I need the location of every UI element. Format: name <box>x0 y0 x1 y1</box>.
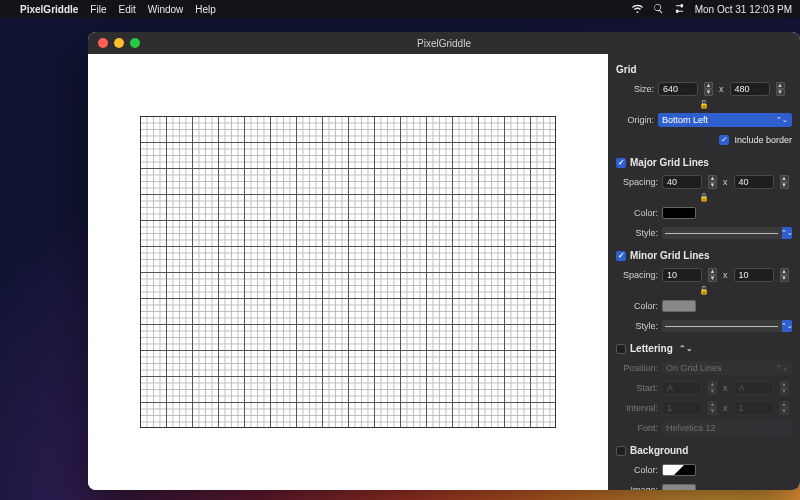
label-major-style: Style: <box>616 228 658 238</box>
lock-icon[interactable]: 🔓 <box>616 286 792 295</box>
menubar-app-name[interactable]: PixelGriddle <box>20 4 78 15</box>
x-separator: x <box>721 403 730 413</box>
chevron-updown-icon: ⌃⌄ <box>782 320 792 332</box>
menubar-clock[interactable]: Mon Oct 31 12:03 PM <box>695 4 792 15</box>
grid-height-stepper[interactable]: ▲▼ <box>776 82 785 96</box>
minor-spacing-x-field[interactable]: 10 <box>662 268 702 282</box>
lock-icon[interactable]: 🔒 <box>616 193 792 202</box>
include-border-checkbox[interactable]: ✓ <box>719 135 729 145</box>
label-major-spacing: Spacing: <box>616 177 658 187</box>
label-size: Size: <box>616 84 654 94</box>
window-titlebar[interactable]: PixelGriddle <box>88 32 800 54</box>
lettering-start-x-field[interactable]: A <box>662 381 702 395</box>
section-heading-major: Major Grid Lines <box>630 157 709 168</box>
minor-spacing-y-field[interactable]: 10 <box>734 268 774 282</box>
major-style-select[interactable]: ⌃⌄ <box>662 227 792 239</box>
minor-style-select[interactable]: ⌃⌄ <box>662 320 792 332</box>
label-lettering-interval: Interval: <box>616 403 658 413</box>
lettering-interval-x-stepper[interactable]: ▲▼ <box>708 401 717 415</box>
section-heading-grid: Grid <box>616 64 792 75</box>
lettering-position-select[interactable]: On Grid Lines⌃⌄ <box>662 361 792 375</box>
label-minor-color: Color: <box>616 301 658 311</box>
window-traffic-lights <box>88 38 140 48</box>
x-separator: x <box>721 270 730 280</box>
menubar-item-file[interactable]: File <box>90 4 106 15</box>
app-window: PixelGriddle Grid Size: 640 ▲▼ x 480 ▲▼ … <box>88 32 800 490</box>
label-major-color: Color: <box>616 208 658 218</box>
section-heading-lettering: Lettering <box>630 343 673 354</box>
minor-spacing-y-stepper[interactable]: ▲▼ <box>780 268 789 282</box>
window-minimize-button[interactable] <box>114 38 124 48</box>
minor-spacing-x-stepper[interactable]: ▲▼ <box>708 268 717 282</box>
major-color-swatch[interactable] <box>662 207 696 219</box>
window-close-button[interactable] <box>98 38 108 48</box>
background-image-well[interactable] <box>662 484 696 490</box>
wifi-icon[interactable] <box>632 3 643 16</box>
section-heading-minor: Minor Grid Lines <box>630 250 709 261</box>
lock-icon[interactable]: 🔓 <box>616 100 792 109</box>
label-background-color: Color: <box>616 465 658 475</box>
control-center-icon[interactable] <box>674 3 685 16</box>
lettering-start-y-stepper[interactable]: ▲▼ <box>780 381 789 395</box>
menubar-item-edit[interactable]: Edit <box>118 4 135 15</box>
spotlight-icon[interactable] <box>653 3 664 16</box>
x-separator: x <box>721 177 730 187</box>
macos-menubar: PixelGriddle File Edit Window Help Mon O… <box>0 0 800 18</box>
label-lettering-font: Font: <box>616 423 658 433</box>
grid-width-stepper[interactable]: ▲▼ <box>704 82 713 96</box>
lettering-options-icon[interactable]: ⌃⌄ <box>679 344 693 353</box>
label-lettering-start: Start: <box>616 383 658 393</box>
lettering-interval-x-field[interactable]: 1 <box>662 401 702 415</box>
label-lettering-position: Position: <box>616 363 658 373</box>
label-include-border: Include border <box>734 135 792 145</box>
menubar-item-help[interactable]: Help <box>195 4 216 15</box>
chevron-updown-icon: ⌃⌄ <box>776 116 788 124</box>
window-zoom-button[interactable] <box>130 38 140 48</box>
canvas-area <box>88 54 608 490</box>
section-heading-background: Background <box>630 445 688 456</box>
lettering-start-x-stepper[interactable]: ▲▼ <box>708 381 717 395</box>
major-spacing-x-stepper[interactable]: ▲▼ <box>708 175 717 189</box>
major-enabled-checkbox[interactable]: ✓ <box>616 158 626 168</box>
minor-color-swatch[interactable] <box>662 300 696 312</box>
origin-select[interactable]: Bottom Left⌃⌄ <box>658 113 792 127</box>
x-separator: x <box>721 383 730 393</box>
major-spacing-y-stepper[interactable]: ▲▼ <box>780 175 789 189</box>
window-title: PixelGriddle <box>88 38 800 49</box>
background-enabled-checkbox[interactable]: ✓ <box>616 446 626 456</box>
grid-width-field[interactable]: 640 <box>658 82 698 96</box>
label-background-image: Image: <box>616 485 658 490</box>
major-spacing-x-field[interactable]: 40 <box>662 175 702 189</box>
lettering-font-select[interactable]: Helvetica 12 <box>662 421 792 435</box>
menubar-item-window[interactable]: Window <box>148 4 184 15</box>
inspector-panel: Grid Size: 640 ▲▼ x 480 ▲▼ 🔓 Origin: Bot… <box>608 54 800 490</box>
grid-height-field[interactable]: 480 <box>730 82 770 96</box>
chevron-updown-icon: ⌃⌄ <box>782 227 792 239</box>
lettering-enabled-checkbox[interactable]: ✓ <box>616 344 626 354</box>
x-separator: x <box>717 84 726 94</box>
lettering-start-y-field[interactable]: A <box>734 381 774 395</box>
label-minor-style: Style: <box>616 321 658 331</box>
lettering-interval-y-stepper[interactable]: ▲▼ <box>780 401 789 415</box>
chevron-updown-icon: ⌃⌄ <box>776 364 788 372</box>
lettering-interval-y-field[interactable]: 1 <box>734 401 774 415</box>
label-origin: Origin: <box>616 115 654 125</box>
minor-enabled-checkbox[interactable]: ✓ <box>616 251 626 261</box>
grid-preview <box>140 116 556 428</box>
background-color-swatch[interactable] <box>662 464 696 476</box>
label-minor-spacing: Spacing: <box>616 270 658 280</box>
major-spacing-y-field[interactable]: 40 <box>734 175 774 189</box>
